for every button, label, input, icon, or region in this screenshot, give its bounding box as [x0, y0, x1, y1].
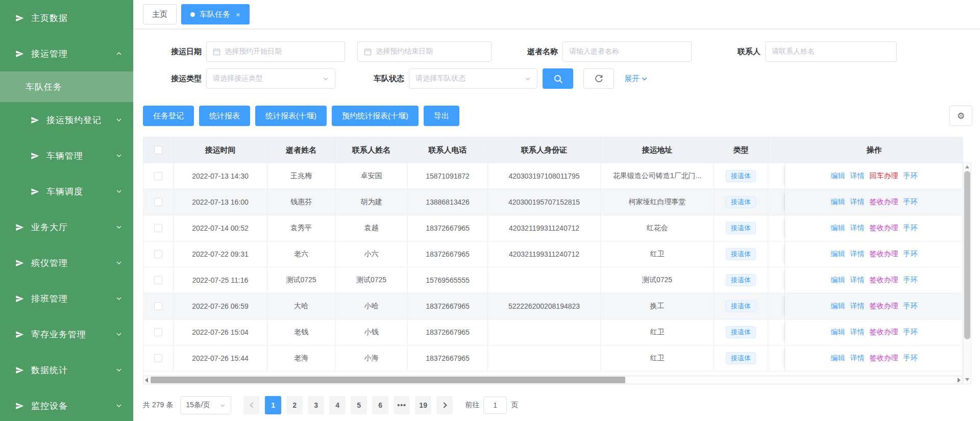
- process-link[interactable]: 签收办理: [870, 250, 898, 259]
- sidebar-item-funeral-management[interactable]: 殡仪管理: [0, 245, 133, 281]
- pickup-date-start-input[interactable]: 选择预约开始日期: [206, 41, 345, 62]
- scroll-down-arrow-icon[interactable]: [965, 378, 969, 381]
- row-checkbox[interactable]: [154, 224, 162, 232]
- contact-name-input[interactable]: 请联系人姓名: [765, 41, 897, 62]
- column-settings-button[interactable]: ⚙: [949, 106, 972, 126]
- sidebar-item-pickup-management[interactable]: 接运管理: [0, 36, 133, 71]
- bracelet-link[interactable]: 手环: [903, 328, 918, 337]
- page-size-select[interactable]: 15条/页: [180, 396, 231, 414]
- stats-report-shiyan-button[interactable]: 统计报表(十堰): [255, 106, 327, 126]
- page-button-4[interactable]: 4: [329, 396, 346, 414]
- process-link[interactable]: 签收办理: [870, 302, 898, 311]
- page-button-19[interactable]: 19: [415, 396, 431, 414]
- select-all-checkbox[interactable]: [154, 146, 162, 154]
- reservation-stats-report-shiyan-button[interactable]: 预约统计报表(十堰): [332, 106, 419, 126]
- search-button[interactable]: [543, 68, 573, 89]
- sidebar-item-monitoring-devices[interactable]: 监控设备: [0, 388, 133, 421]
- address-cell: 柯家垭红白理事堂: [601, 189, 714, 215]
- row-checkbox[interactable]: [154, 250, 162, 258]
- detail-link[interactable]: 详情: [850, 224, 865, 233]
- edit-link[interactable]: 编辑: [831, 302, 845, 311]
- process-link[interactable]: 回车办理: [870, 171, 898, 181]
- sidebar-item-storage-business[interactable]: 寄存业务管理: [0, 316, 133, 352]
- deceased-name-input[interactable]: 请输入逝者名称: [562, 41, 692, 62]
- deceased-cell: 大哈: [267, 293, 335, 319]
- more-pages-button[interactable]: •••: [394, 396, 410, 414]
- scroll-right-arrow-icon[interactable]: [958, 378, 961, 383]
- pickup-date-end-input[interactable]: 选择预约结束日期: [357, 41, 492, 62]
- vertical-scrollbar[interactable]: [963, 162, 971, 384]
- edit-link[interactable]: 编辑: [831, 197, 845, 207]
- row-checkbox[interactable]: [154, 276, 162, 284]
- process-link[interactable]: 签收办理: [870, 224, 898, 233]
- goto-page-input[interactable]: [483, 397, 507, 414]
- process-link[interactable]: 签收办理: [870, 197, 898, 207]
- sidebar-item-pickup-reservation[interactable]: 接运预约登记: [0, 102, 133, 138]
- sidebar-item-vehicle-management[interactable]: 车辆管理: [0, 138, 133, 174]
- scroll-left-arrow-icon[interactable]: [145, 378, 148, 383]
- cell-text: 老海: [294, 354, 308, 363]
- row-checkbox[interactable]: [154, 302, 162, 310]
- detail-link[interactable]: 详情: [850, 250, 865, 259]
- page-button-3[interactable]: 3: [308, 396, 324, 414]
- detail-link[interactable]: 详情: [850, 302, 865, 311]
- sidebar-item-vehicle-dispatch[interactable]: 车辆调度: [0, 174, 133, 209]
- prev-page-button[interactable]: [243, 396, 260, 414]
- bracelet-link[interactable]: 手环: [903, 197, 918, 207]
- edit-link[interactable]: 编辑: [831, 171, 845, 181]
- detail-link[interactable]: 详情: [850, 197, 865, 207]
- sidebar-item-fleet-tasks[interactable]: 车队任务: [0, 71, 133, 102]
- contact-cell: 小钱: [335, 319, 408, 345]
- task-register-button[interactable]: 任务登记: [143, 106, 194, 126]
- process-link[interactable]: 签收办理: [870, 354, 898, 363]
- next-page-button[interactable]: [436, 396, 453, 414]
- sidebar-item-label: 主页数据: [31, 12, 68, 24]
- export-button[interactable]: 导出: [424, 106, 459, 126]
- page-button-5[interactable]: 5: [351, 396, 367, 414]
- detail-link[interactable]: 详情: [850, 171, 865, 181]
- stats-report-button[interactable]: 统计报表: [199, 106, 250, 126]
- page-button-2[interactable]: 2: [286, 396, 303, 414]
- spacer-cell: [768, 267, 785, 293]
- row-checkbox[interactable]: [154, 354, 162, 362]
- bracelet-link[interactable]: 手环: [903, 171, 918, 181]
- page-button-1[interactable]: 1: [265, 396, 281, 414]
- row-checkbox[interactable]: [154, 198, 162, 206]
- detail-link[interactable]: 详情: [850, 354, 865, 363]
- vertical-scroll-thumb[interactable]: [964, 171, 970, 339]
- process-link[interactable]: 签收办理: [870, 328, 898, 337]
- pickup-type-select[interactable]: 请选择接运类型: [206, 68, 335, 89]
- refresh-button[interactable]: [583, 68, 614, 89]
- bracelet-link[interactable]: 手环: [903, 250, 918, 259]
- edit-link[interactable]: 编辑: [831, 354, 845, 363]
- search-icon: [553, 74, 563, 84]
- bracelet-link[interactable]: 手环: [903, 224, 918, 233]
- detail-link[interactable]: 详情: [850, 328, 865, 337]
- edit-link[interactable]: 编辑: [831, 250, 845, 259]
- tab-home[interactable]: 主页: [143, 4, 177, 24]
- detail-link[interactable]: 详情: [850, 276, 865, 285]
- edit-link[interactable]: 编辑: [831, 328, 845, 337]
- expand-toggle[interactable]: 展开: [624, 74, 648, 84]
- row-checkbox[interactable]: [154, 172, 162, 180]
- horizontal-scrollbar[interactable]: [143, 376, 963, 384]
- row-checkbox[interactable]: [154, 328, 162, 336]
- bracelet-link[interactable]: 手环: [903, 302, 918, 311]
- filter-label: 联系人: [692, 47, 761, 57]
- sidebar-item-business-hall[interactable]: 业务大厅: [0, 209, 133, 245]
- page-button-6[interactable]: 6: [372, 396, 388, 414]
- horizontal-scroll-thumb[interactable]: [151, 377, 625, 383]
- edit-link[interactable]: 编辑: [831, 276, 845, 285]
- edit-link[interactable]: 编辑: [831, 224, 845, 233]
- sidebar-item-scheduling[interactable]: 排班管理: [0, 281, 133, 316]
- process-link[interactable]: 签收办理: [870, 276, 898, 285]
- fleet-status-select[interactable]: 请选择车队状态: [409, 68, 537, 89]
- table-row: 2022-07-26 15:04老钱小钱18372667965红卫接遗体编辑详情…: [143, 319, 962, 345]
- bracelet-link[interactable]: 手环: [903, 276, 918, 285]
- sidebar-item-home-data[interactable]: 主页数据: [0, 0, 133, 36]
- tab-close-icon[interactable]: ×: [236, 11, 240, 18]
- tab-fleet-tasks[interactable]: 车队任务×: [181, 4, 250, 24]
- scroll-up-arrow-icon[interactable]: [965, 165, 969, 168]
- bracelet-link[interactable]: 手环: [903, 354, 918, 363]
- sidebar-item-data-statistics[interactable]: 数据统计: [0, 352, 133, 388]
